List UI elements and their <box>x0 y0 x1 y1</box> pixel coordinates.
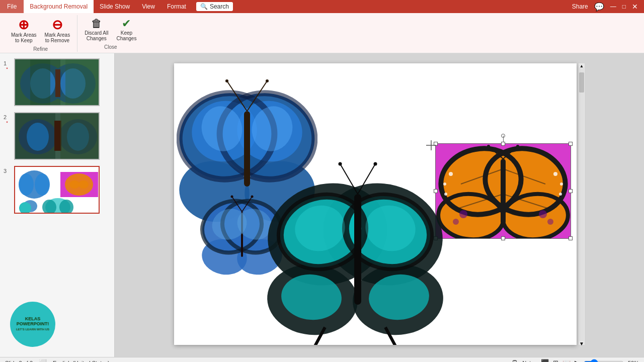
mark-keep-label: Mark Areasto Keep <box>11 32 37 43</box>
slide1-thumbnail-svg <box>15 59 100 106</box>
slide-thumb-2[interactable]: 2 * <box>2 111 112 161</box>
discard-label: Discard AllChanges <box>85 30 108 41</box>
close-icon[interactable]: ✕ <box>632 3 638 11</box>
reading-view-icon[interactable]: 📖 <box>562 359 571 362</box>
menu-background-removal[interactable]: Background Removal <box>24 0 94 13</box>
slide2-thumbnail-svg <box>15 113 100 160</box>
handle-mr[interactable] <box>569 189 573 193</box>
svg-point-81 <box>231 196 233 198</box>
svg-point-42 <box>266 79 269 82</box>
slide-canvas[interactable] <box>174 63 577 345</box>
slide-star-1: * <box>6 66 8 71</box>
slide-image-1[interactable] <box>14 58 100 106</box>
svg-rect-15 <box>54 121 61 151</box>
svg-point-65 <box>453 219 459 225</box>
svg-point-57 <box>449 172 453 176</box>
menu-format[interactable]: Format <box>161 0 192 13</box>
svg-point-63 <box>459 210 467 218</box>
slide-thumb-3[interactable]: 3 <box>2 165 112 215</box>
zoom-slider[interactable] <box>584 359 624 363</box>
handle-tm[interactable] <box>501 142 505 146</box>
handle-tr[interactable] <box>569 142 573 146</box>
slideshow-icon[interactable]: ▶ <box>575 359 580 362</box>
ribbon-group-refine: ⊕ Mark Areasto Keep ⊖ Mark Areasto Remov… <box>4 15 77 52</box>
scroll-down-button[interactable]: ▼ <box>579 341 584 345</box>
normal-view-icon[interactable]: ⬛ <box>541 359 549 362</box>
keep-changes-button[interactable]: ✔ KeepChanges <box>113 16 139 43</box>
svg-rect-16 <box>60 113 100 160</box>
mark-areas-to-keep-button[interactable]: ⊕ Mark Areasto Keep <box>8 16 40 45</box>
handle-bm[interactable] <box>501 236 505 240</box>
svg-point-61 <box>560 183 563 186</box>
search-box[interactable]: 🔍 Search <box>196 2 233 11</box>
menu-file[interactable]: File <box>0 0 24 13</box>
mark-remove-label: Mark Areasto Remove <box>45 32 70 43</box>
vertical-scrollbar[interactable]: ▲ ▼ <box>579 63 585 345</box>
comment-icon[interactable]: 💬 <box>594 2 604 12</box>
search-label: Search <box>210 3 229 10</box>
kelas-powerpoint-logo: KELASPOWERPOINT!LET'S LEARN WITH US <box>10 302 55 347</box>
svg-point-82 <box>251 196 254 198</box>
ribbon-close-buttons: 🗑 Discard AllChanges ✔ KeepChanges <box>82 16 139 43</box>
slide-info: Slide 3 of 3 <box>5 360 33 363</box>
svg-point-29 <box>19 202 31 214</box>
canvas-area[interactable]: ▲ ▼ <box>115 53 644 357</box>
svg-point-60 <box>553 172 557 176</box>
handle-br[interactable] <box>569 236 573 240</box>
zoom-level: 50% <box>628 360 639 363</box>
slide-image-2[interactable] <box>14 112 100 160</box>
menu-slide-show[interactable]: Slide Show <box>94 0 136 13</box>
slide-sorter-icon[interactable]: ⊞ <box>553 359 558 362</box>
svg-point-70 <box>487 145 490 148</box>
main-area: 1 * 2 <box>0 53 644 357</box>
accessibility-icon[interactable]: ⬜ <box>39 359 47 362</box>
svg-point-41 <box>225 79 228 82</box>
rotation-line <box>503 136 504 142</box>
svg-rect-38 <box>244 111 250 187</box>
ribbon: ⊕ Mark Areasto Keep ⊖ Mark Areasto Remov… <box>0 13 644 53</box>
keep-icon: ✔ <box>122 18 131 29</box>
orange-butterfly-container[interactable] <box>436 144 571 238</box>
mark-remove-icon: ⊖ <box>52 18 63 31</box>
svg-point-66 <box>547 219 553 225</box>
svg-point-13 <box>27 123 49 151</box>
slide-star-2: * <box>6 120 8 125</box>
svg-point-98 <box>339 162 342 166</box>
svg-rect-8 <box>65 59 100 106</box>
slide3-thumbnail-svg <box>15 167 100 214</box>
slide-number-2: 2 <box>4 114 11 120</box>
scroll-track[interactable] <box>579 67 584 341</box>
slide-thumb-1[interactable]: 1 * <box>2 57 112 107</box>
discard-icon: 🗑 <box>91 18 102 29</box>
svg-point-24 <box>35 173 50 196</box>
slide-image-3[interactable] <box>14 166 100 214</box>
orange-butterfly-svg <box>436 144 571 238</box>
minimize-icon[interactable]: — <box>610 3 616 10</box>
svg-rect-6 <box>55 69 60 97</box>
mark-areas-to-remove-button[interactable]: ⊖ Mark Areasto Remove <box>42 16 73 45</box>
svg-rect-7 <box>30 59 50 106</box>
discard-all-changes-button[interactable]: 🗑 Discard AllChanges <box>82 16 111 43</box>
keep-label: KeepChanges <box>116 30 136 41</box>
notes-label[interactable]: Notes <box>522 360 537 363</box>
slide-number-3: 3 <box>4 168 11 174</box>
scroll-up-button[interactable]: ▲ <box>579 63 584 67</box>
statusbar: Slide 3 of 3 ⬜ English (United States) 🗒… <box>0 357 644 362</box>
slide-number-1: 1 <box>4 60 11 66</box>
search-icon: 🔍 <box>200 3 208 10</box>
svg-point-64 <box>539 210 547 218</box>
menu-view[interactable]: View <box>136 0 161 13</box>
status-right: 🗒 Notes ⬛ ⊞ 📖 ▶ 50% <box>512 359 639 363</box>
svg-point-62 <box>559 193 562 196</box>
svg-point-23 <box>19 173 34 196</box>
mark-keep-icon: ⊕ <box>18 18 29 31</box>
share-button[interactable]: Share <box>572 3 588 10</box>
scroll-thumb[interactable] <box>579 72 584 93</box>
svg-point-71 <box>516 145 519 148</box>
refine-group-label: Refine <box>33 46 48 52</box>
notes-icon[interactable]: 🗒 <box>512 359 518 362</box>
teal-butterfly-large <box>262 154 448 345</box>
maximize-icon[interactable]: □ <box>622 3 626 10</box>
svg-point-99 <box>374 162 377 166</box>
svg-rect-95 <box>354 194 361 305</box>
